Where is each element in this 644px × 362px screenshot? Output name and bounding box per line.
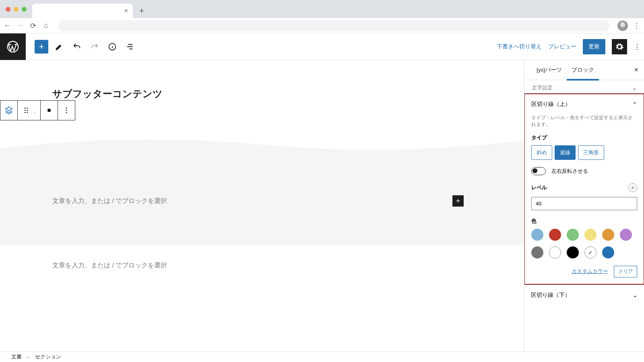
profile-avatar[interactable] [617, 21, 628, 31]
breadcrumb-separator: → [26, 354, 31, 360]
paragraph-placeholder-2[interactable]: 文章を入力、または / でブロックを選択 [52, 261, 472, 270]
window-controls [0, 1, 32, 18]
label-level-row: レベル [525, 183, 644, 197]
color-swatches [525, 229, 644, 263]
maximize-window-icon[interactable] [22, 7, 27, 12]
label-level: レベル [531, 184, 547, 191]
url-bar[interactable] [58, 20, 609, 31]
edit-mode-icon[interactable] [52, 40, 66, 54]
editor-body: サブフッターコンテンツ ⌃⌄ 文章を入力、または / でブロックを選択 + [0, 60, 644, 352]
svg-point-4 [25, 110, 26, 111]
post-title[interactable]: サブフッターコンテンツ [52, 87, 524, 100]
switch-to-draft-link[interactable]: 下書きへ切り替え [497, 43, 542, 50]
tabs: × + [32, 0, 147, 18]
more-options-icon[interactable]: ⋮ [634, 42, 639, 51]
type-triangle-button[interactable]: 三角形 [578, 145, 604, 160]
drag-handle[interactable]: ⌃⌄ [18, 101, 41, 120]
close-tab-icon[interactable]: × [124, 7, 128, 14]
svg-point-11 [66, 112, 67, 113]
svg-point-6 [25, 112, 26, 113]
label-color: 色 [525, 217, 644, 229]
close-sidebar-icon[interactable]: × [634, 66, 638, 74]
color-swatch[interactable] [602, 229, 614, 241]
color-swatch[interactable] [620, 229, 632, 241]
color-swatch[interactable] [531, 246, 543, 259]
type-diagonal-button[interactable]: 斜め [531, 145, 552, 160]
block-parent-selector[interactable] [0, 101, 18, 120]
tab-parts[interactable]: [ys]パーツ [532, 60, 567, 80]
flip-toggle[interactable] [531, 167, 546, 175]
color-swatch[interactable] [584, 229, 597, 241]
breadcrumb-item-document[interactable]: 文書 [11, 354, 22, 360]
new-tab-button[interactable]: + [136, 5, 147, 17]
editor-canvas: サブフッターコンテンツ ⌃⌄ 文章を入力、または / でブロックを選択 + [0, 60, 524, 352]
browser-menu-icon[interactable]: ⋮ [633, 21, 641, 30]
forward-icon: → [16, 21, 24, 30]
panel-note: タイプ・レベル・色をすべて設定すると表示されます。 [525, 114, 644, 134]
svg-point-3 [27, 108, 28, 109]
flip-label: 左右反転させる [551, 168, 588, 175]
breadcrumb-item-section[interactable]: セクション [35, 354, 61, 360]
label-type: タイプ [525, 134, 644, 145]
sidebar-tabs: [ys]パーツ ブロック × [524, 60, 644, 80]
color-swatch[interactable] [567, 246, 579, 259]
move-arrows[interactable]: ⌃⌄ [33, 107, 36, 114]
back-icon[interactable]: ← [3, 21, 11, 30]
list-view-icon[interactable] [123, 40, 137, 54]
color-swatch[interactable] [531, 229, 543, 241]
close-window-icon[interactable] [6, 7, 10, 12]
svg-point-9 [66, 108, 67, 109]
chevron-down-icon: ⌄ [633, 292, 638, 298]
block-breadcrumb: 文書 → セクション [0, 352, 644, 362]
preview-link[interactable]: プレビュー [548, 43, 576, 50]
panel-text-settings-collapsed[interactable]: 文字設定 ⌄ [524, 80, 644, 93]
home-icon[interactable]: ⌂ [42, 21, 50, 30]
toolbar-right: 下書きへ切り替え プレビュー 更新 ⋮ [497, 39, 644, 54]
color-swatch[interactable] [567, 229, 579, 241]
toolbar-left: + [26, 40, 137, 54]
custom-color-link[interactable]: カスタムカラー [572, 268, 608, 275]
add-block-button[interactable]: + [452, 195, 464, 207]
color-swatch[interactable] [584, 246, 597, 259]
color-swatch[interactable] [549, 229, 561, 241]
editor-topbar: + 下書きへ切り替え プレビュー 更新 ⋮ [0, 33, 644, 60]
undo-icon[interactable] [70, 40, 84, 54]
type-wave-button[interactable]: 波線 [555, 145, 576, 160]
browser-tab[interactable]: × [32, 4, 133, 18]
svg-point-2 [25, 108, 26, 109]
redo-icon [88, 40, 101, 54]
minimize-window-icon[interactable] [14, 7, 19, 12]
flip-toggle-row: 左右反転させる [525, 167, 644, 183]
settings-button[interactable] [612, 39, 627, 54]
color-swatch[interactable] [549, 246, 561, 259]
update-button[interactable]: 更新 [583, 39, 605, 54]
block-toolbar: ⌃⌄ [0, 100, 75, 120]
svg-point-7 [27, 112, 28, 113]
level-input[interactable] [531, 197, 637, 210]
panel-divider-bottom[interactable]: 区切り線（下） ⌄ [524, 285, 644, 305]
color-actions: カスタムカラー クリア [525, 263, 644, 284]
clear-color-button[interactable]: クリア [614, 266, 637, 277]
chevron-up-icon: ⌃ [632, 101, 637, 108]
settings-sidebar: [ys]パーツ ブロック × 文字設定 ⌄ 区切り線（上） ⌃ タイプ・レベル・… [524, 60, 644, 352]
section-body[interactable]: 文章を入力、または / でブロックを選択 + [0, 157, 524, 245]
color-swatch[interactable] [602, 246, 614, 259]
reload-icon[interactable]: ⟳ [29, 21, 37, 30]
level-settings-icon[interactable] [628, 183, 637, 192]
info-icon[interactable] [105, 40, 119, 54]
svg-rect-8 [47, 109, 50, 112]
browser-toolbar: ← → ⟳ ⌂ ⋮ [0, 18, 644, 33]
tab-block[interactable]: ブロック [567, 60, 599, 80]
block-inserter-button[interactable]: + [35, 40, 48, 54]
svg-point-12 [632, 187, 634, 188]
paragraph-placeholder[interactable]: 文章を入力、または / でブロックを選択 [52, 197, 167, 205]
panel-header-divider-top[interactable]: 区切り線（上） ⌃ [525, 94, 644, 114]
svg-point-10 [66, 110, 67, 111]
chevron-down-icon: ⌄ [632, 85, 637, 91]
panel-divider-top: 区切り線（上） ⌃ タイプ・レベル・色をすべて設定すると表示されます。 タイプ … [524, 93, 644, 285]
block-options-icon[interactable] [58, 101, 75, 120]
browser-tab-strip: × + [0, 0, 644, 18]
section-block[interactable]: 文章を入力、または / でブロックを選択 + [0, 128, 524, 245]
wordpress-logo[interactable] [0, 33, 26, 60]
align-button[interactable] [41, 101, 58, 120]
